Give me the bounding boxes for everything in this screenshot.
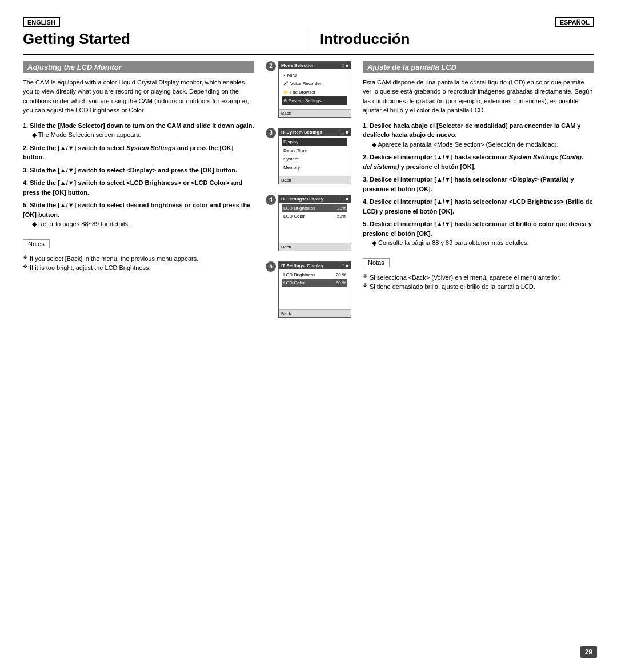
step-circle-5: 5 xyxy=(266,261,276,272)
screen-body-3: Display Date / Time System Memory xyxy=(279,136,351,176)
step-circle-3: 3 xyxy=(266,128,276,138)
subheading-left: Adjusting the LCD Monitor xyxy=(23,61,254,73)
notes-bullets-right: Si selecciona <Back> (Volver) en el menú… xyxy=(363,273,594,292)
note-left-2: If it is too bright, adjust the LCD Brig… xyxy=(23,263,254,273)
screen-header-3: iT System Settings □ ■ xyxy=(279,128,351,136)
main-content: Adjusting the LCD Monitor The CAM is equ… xyxy=(23,61,594,328)
notes-box-right: Notas xyxy=(363,258,390,267)
screen-header-4: iT Settings: Display □ ■ xyxy=(279,195,351,203)
notes-label-left: Notes xyxy=(28,240,45,247)
screen-row-4: 4 iT Settings: Display □ ■ LCD Brightnes… xyxy=(266,195,351,257)
screen-body-5: LCD Brightness 20 % LCD Color 60 % xyxy=(279,269,351,309)
screen-item-system: ⚙ System Settings xyxy=(282,96,347,105)
screen-item-datetime: Date / Time xyxy=(282,146,347,155)
screen-mockup-5: iT Settings: Display □ ■ LCD Brightness … xyxy=(278,261,351,318)
step-circle-4: 4 xyxy=(266,195,276,205)
lcd-color-row: LCD Color 50% xyxy=(282,212,347,220)
notes-bullets-left: If you select [Back] in the menu, the pr… xyxy=(23,254,254,273)
screen-item-display: Display xyxy=(282,138,347,146)
screen-header-2: Mode Selection □ ■ xyxy=(279,62,351,69)
screen-back-3: Back xyxy=(279,176,351,184)
step-left-3: 3. Slide the [▲/▼] switch to select <Dis… xyxy=(23,166,254,175)
section-titles: Getting Started Introducción xyxy=(23,31,594,52)
intro-right: Esta CAM dispone de una pantalla de cris… xyxy=(363,78,594,115)
screen-item-mp3: ♪ MP3 xyxy=(282,71,347,79)
screen-item-system: System xyxy=(282,155,347,163)
step-left-4: 4. Slide the [▲/▼] switch to select <LCD… xyxy=(23,178,254,197)
screen-item-voice: 🎤 Voice Recorder xyxy=(282,79,347,88)
step-right-2: 2. Deslice el interruptor [▲/▼] hasta se… xyxy=(363,152,594,171)
note-right-1: Si selecciona <Back> (Volver) en el menú… xyxy=(363,273,594,283)
step-left-2: 2. Slide the [▲/▼] switch to select Syst… xyxy=(23,143,254,162)
note-left-1: If you select [Back] in the menu, the pr… xyxy=(23,254,254,264)
header-row: ENGLISH ESPAÑOL xyxy=(23,17,594,30)
step-right-4: 4. Deslice el interruptor [▲/▼] hasta se… xyxy=(363,197,594,216)
steps-list-right: 1. Deslice hacia abajo el [Selector de m… xyxy=(363,121,594,248)
screen-item-file: 📁 File Browser xyxy=(282,88,347,96)
section-title-left: Getting Started xyxy=(23,31,297,47)
notes-box-left: Notes xyxy=(23,239,50,248)
step-left-1: 1. Slide the [Mode Selector] down to tur… xyxy=(23,121,254,140)
note-right-2: Si tiene demasiado brillo, ajuste el bri… xyxy=(363,282,594,292)
step-right-3: 3. Deslice el interruptor [▲/▼] hasta se… xyxy=(363,175,594,194)
lang-label-espanol: ESPAÑOL xyxy=(555,17,594,27)
content-right: Ajuste de la pantalla LCD Esta CAM dispo… xyxy=(354,61,594,328)
lcd-color-row-5: LCD Color 60 % xyxy=(282,279,347,287)
screen-mockup-2: Mode Selection □ ■ ♪ MP3 🎤 Voice Recorde… xyxy=(278,61,351,118)
screen-item-memory: Memory xyxy=(282,163,347,172)
title-divider xyxy=(23,54,594,55)
screen-body-2: ♪ MP3 🎤 Voice Recorder 📁 File Browser xyxy=(279,69,351,109)
screen-body-4: LCD Brightness 20% LCD Color 50% xyxy=(279,203,351,243)
screen-back-2: Back xyxy=(279,109,351,117)
notes-label-right: Notas xyxy=(368,259,384,266)
page-number: 29 xyxy=(580,646,597,658)
step-circle-2: 2 xyxy=(266,61,276,71)
step-right-5: 5. Deslice el interruptor [▲/▼] hasta se… xyxy=(363,219,594,248)
section-title-right: Introducción xyxy=(320,31,594,47)
screen-row-3: 3 iT System Settings □ ■ Display Date / … xyxy=(266,128,351,190)
screen-row-2: 2 Mode Selection □ ■ ♪ MP3 🎤 Voice Rec xyxy=(266,61,351,123)
lcd-brightness-row-5: LCD Brightness 20 % xyxy=(282,271,347,279)
screen-row-5: 5 iT Settings: Display □ ■ LCD Brightnes… xyxy=(266,261,351,324)
lcd-brightness-row: LCD Brightness 20% xyxy=(282,204,347,212)
content-left: Adjusting the LCD Monitor The CAM is equ… xyxy=(23,61,263,328)
content-middle: 2 Mode Selection □ ■ ♪ MP3 🎤 Voice Rec xyxy=(263,61,354,328)
step-left-5: 5. Slide the [▲/▼] switch to select desi… xyxy=(23,200,254,229)
steps-list-left: 1. Slide the [Mode Selector] down to tur… xyxy=(23,121,254,229)
step-right-1: 1. Deslice hacia abajo el [Selector de m… xyxy=(363,121,594,150)
screen-header-5: iT Settings: Display □ ■ xyxy=(279,262,351,269)
screen-back-5: Back xyxy=(279,309,351,317)
screen-back-4: Back xyxy=(279,243,351,251)
subheading-right: Ajuste de la pantalla LCD xyxy=(363,61,594,73)
page: ENGLISH ESPAÑOL Getting Started Introduc… xyxy=(0,0,617,672)
lang-label-english: ENGLISH xyxy=(23,17,60,27)
screen-mockup-4: iT Settings: Display □ ■ LCD Brightness … xyxy=(278,195,351,251)
intro-left: The CAM is equipped with a color Liquid … xyxy=(23,78,254,115)
screen-mockup-3: iT System Settings □ ■ Display Date / Ti… xyxy=(278,128,351,184)
